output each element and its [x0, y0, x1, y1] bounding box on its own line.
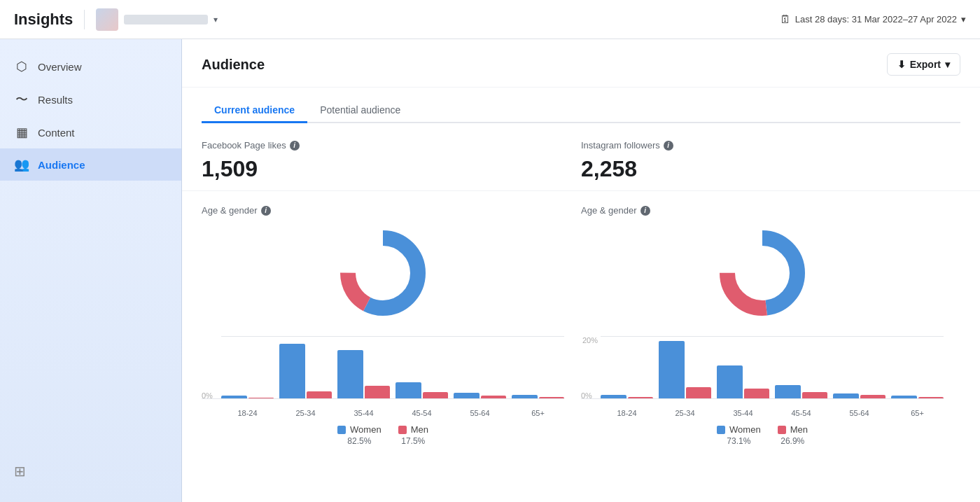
sidebar-item-results[interactable]: 〜 Results — [0, 83, 181, 116]
facebook-men-bar — [307, 391, 332, 398]
tab-potential-audience[interactable]: Potential audience — [307, 99, 413, 123]
audience-tabs: Current audience Potential audience — [202, 99, 960, 123]
instagram-bar-groups: 0% — [581, 336, 944, 399]
instagram-x-label: 55-64 — [833, 409, 886, 417]
page-avatar — [96, 8, 118, 31]
sidebar-item-label-audience: Audience — [38, 159, 85, 171]
sidebar-item-label-content: Content — [38, 127, 75, 139]
svg-point-5 — [737, 248, 788, 298]
export-chevron: ▾ — [945, 59, 950, 70]
facebook-women-bar — [337, 350, 363, 398]
facebook-x-axis: 18-2425-3435-4445-5455-6465+ — [202, 409, 564, 417]
instagram-men-bar — [744, 389, 770, 398]
facebook-women-bar — [454, 393, 479, 398]
instagram-x-label: 45-54 — [775, 409, 827, 417]
sidebar-item-overview[interactable]: ⬡ Overview — [0, 50, 181, 83]
sidebar-item-label-overview: Overview — [38, 61, 82, 73]
facebook-ag-info-icon[interactable]: i — [261, 206, 271, 216]
instagram-zero-label: 0% — [581, 391, 592, 400]
overview-icon: ⬡ — [14, 59, 29, 74]
instagram-men-bar — [628, 397, 654, 398]
instagram-men-bar — [802, 392, 828, 398]
content-header: Audience ⬇ Export ▾ — [182, 39, 980, 88]
export-button[interactable]: ⬇ Export ▾ — [887, 53, 960, 76]
ig-men-legend-dot — [778, 426, 786, 434]
facebook-metric-label: Facebook Page likes i — [202, 140, 567, 151]
instagram-women-bar — [833, 393, 859, 398]
facebook-men-bar — [423, 392, 449, 398]
instagram-bar-group — [659, 341, 711, 398]
instagram-women-bar — [717, 365, 743, 398]
facebook-metric-card: Facebook Page likes i 1,509 — [202, 140, 581, 182]
sidebar-bottom: ⊞ — [0, 452, 181, 491]
facebook-bar-chart: 0% 18-2425-3435-4445-5455-6465+ — [202, 330, 564, 417]
instagram-age-gender-label: Age & gender i — [581, 205, 944, 216]
instagram-bar-group — [775, 385, 827, 398]
instagram-ag-info-icon[interactable]: i — [640, 206, 650, 216]
page-selector[interactable]: ▾ — [96, 8, 218, 31]
facebook-x-label: 35-44 — [337, 409, 390, 417]
audience-icon: 👥 — [14, 157, 29, 172]
sidebar-toggle-icon[interactable]: ⊞ — [14, 463, 26, 479]
instagram-x-label: 65+ — [891, 409, 944, 417]
facebook-bar-group — [221, 396, 274, 398]
metrics-row: Facebook Page likes i 1,509 Instagram fo… — [182, 123, 980, 191]
instagram-women-bar — [659, 341, 685, 398]
women-legend-dot — [337, 426, 346, 434]
header: Insights ▾ 🗓 Last 28 days: 31 Mar 2022–2… — [0, 0, 980, 39]
instagram-x-label: 25-34 — [659, 409, 711, 417]
facebook-zero-label: 0% — [202, 391, 213, 400]
instagram-legend-men: Men 26.9% — [778, 424, 808, 446]
instagram-women-bar — [601, 395, 626, 398]
chevron-down-icon: ▾ — [214, 15, 218, 25]
date-range-text: Last 28 days: 31 Mar 2022–27 Apr 2022 — [795, 14, 957, 25]
sidebar-item-label-results: Results — [38, 94, 73, 106]
facebook-donut-svg — [334, 224, 432, 322]
instagram-bar-group — [833, 393, 886, 398]
facebook-women-bar — [396, 382, 421, 398]
instagram-men-bar — [686, 387, 712, 398]
export-icon: ⬇ — [897, 59, 906, 70]
export-label: Export — [910, 59, 941, 70]
page-name — [124, 15, 208, 25]
facebook-women-bar — [512, 395, 538, 398]
instagram-women-bar — [775, 385, 801, 398]
instagram-men-bar — [860, 395, 886, 398]
facebook-bar-group — [279, 344, 332, 398]
instagram-women-bar — [891, 396, 917, 398]
men-legend-dot — [398, 426, 407, 434]
facebook-women-bar — [221, 396, 247, 398]
facebook-women-bar — [279, 344, 305, 398]
date-range-chevron: ▾ — [961, 14, 966, 25]
instagram-legend-women: Women 73.1% — [717, 424, 761, 446]
instagram-metric-label: Instagram followers i — [581, 140, 946, 151]
instagram-bar-group — [717, 365, 769, 398]
instagram-x-axis: 18-2425-3435-4445-5455-6465+ — [581, 409, 944, 417]
facebook-bar-groups: 0% — [202, 336, 564, 399]
facebook-bar-group — [396, 382, 448, 398]
facebook-bar-group — [454, 393, 506, 398]
sidebar-item-content[interactable]: ▦ Content — [0, 116, 181, 148]
sidebar-item-audience[interactable]: 👥 Audience — [0, 148, 181, 181]
instagram-donut-svg — [713, 224, 811, 322]
instagram-bar-group — [891, 396, 944, 398]
facebook-chart-panel: Age & gender i — [202, 205, 581, 446]
facebook-men-bar — [248, 398, 274, 398]
content-icon: ▦ — [14, 125, 29, 140]
ig-women-legend-dot — [717, 426, 725, 434]
facebook-legend-women: Women 82.5% — [337, 424, 382, 446]
instagram-x-label: 18-24 — [601, 409, 653, 417]
facebook-legend: Women 82.5% Men 17.5% — [202, 424, 564, 446]
tab-current-audience[interactable]: Current audience — [202, 99, 307, 123]
results-icon: 〜 — [14, 91, 29, 108]
instagram-metric-value: 2,258 — [581, 156, 946, 182]
facebook-info-icon[interactable]: i — [290, 141, 300, 151]
date-range-selector[interactable]: 🗓 Last 28 days: 31 Mar 2022–27 Apr 2022 … — [780, 13, 966, 26]
instagram-bar-chart: 20% 0% 18-2425-3435-4445-5455-6465+ — [581, 330, 944, 417]
facebook-men-bar — [365, 386, 391, 398]
instagram-info-icon[interactable]: i — [664, 141, 673, 151]
facebook-x-label: 18-24 — [221, 409, 274, 417]
facebook-age-gender-label: Age & gender i — [202, 205, 564, 216]
calendar-icon: 🗓 — [780, 13, 791, 26]
facebook-x-label: 45-54 — [396, 409, 448, 417]
